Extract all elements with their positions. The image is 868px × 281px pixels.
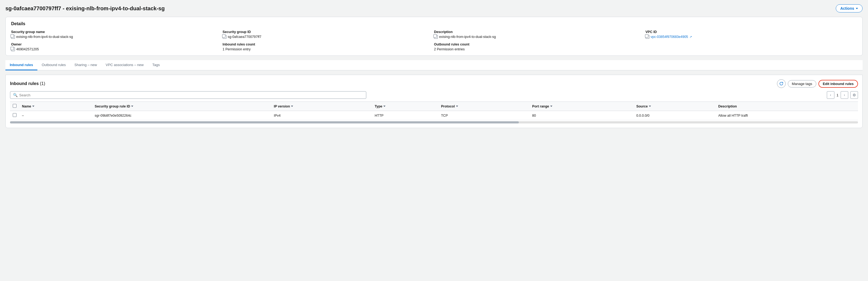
page-header: sg-0afcaea7700797ff7 - exising-nlb-from-… xyxy=(5,4,863,12)
select-all-checkbox[interactable] xyxy=(13,104,17,108)
actions-label: Actions xyxy=(840,6,854,10)
external-link-icon: ↗ xyxy=(689,35,692,39)
sort-icon-sgrid xyxy=(131,106,133,107)
cell-ip-version: IPv4 xyxy=(271,111,372,120)
col-header-ipver: IP version xyxy=(274,105,369,108)
th-description: Description xyxy=(715,102,858,111)
copy-icon-sgname[interactable] xyxy=(11,35,15,39)
table-row: – sgr-09b8f7e0e5092264c IPv4 HTTP TCP 80… xyxy=(10,111,858,120)
search-input[interactable] xyxy=(19,93,363,97)
prev-page-button[interactable]: ‹ xyxy=(827,91,834,99)
cell-name: – xyxy=(19,111,92,120)
th-ip-version: IP version xyxy=(271,102,372,111)
inbound-rules-section: Inbound rules (1) Manage tags Edit inbou… xyxy=(5,75,863,128)
table-settings-button[interactable]: ⚙ xyxy=(850,91,858,99)
th-sgr-id: Security group rule ID xyxy=(92,102,271,111)
th-checkbox xyxy=(10,102,19,111)
sort-icon-portrange xyxy=(550,106,552,107)
rules-section-title: Inbound rules (1) xyxy=(10,81,45,86)
th-protocol: Protocol xyxy=(438,102,529,111)
detail-label-outbound-count: Outbound rules count xyxy=(434,42,646,46)
details-grid-row2: Owner 469042571205 Inbound rules count 1… xyxy=(11,42,857,51)
detail-value-sgid: sg-0afcaea7700797ff7 xyxy=(223,35,434,39)
next-page-button[interactable]: › xyxy=(841,91,848,99)
tab-vpc-associations[interactable]: VPC associations – new xyxy=(101,60,148,70)
detail-value-vpcid: vpc-03854f970683e4905 ↗ xyxy=(646,35,857,39)
sort-icon-protocol xyxy=(456,106,458,107)
col-header-name: Name xyxy=(22,105,89,108)
tab-sharing[interactable]: Sharing – new xyxy=(70,60,101,70)
tab-inbound-rules[interactable]: Inbound rules xyxy=(5,60,37,70)
row-checkbox-cell xyxy=(10,111,19,120)
row-checkbox[interactable] xyxy=(13,113,17,117)
detail-label-sgname: Security group name xyxy=(11,30,223,34)
rules-section-header: Inbound rules (1) Manage tags Edit inbou… xyxy=(10,79,858,88)
detail-value-outbound-count: 2 Permission entries xyxy=(434,47,646,51)
detail-sgid-text: sg-0afcaea7700797ff7 xyxy=(228,35,261,39)
detail-value-inbound-count: 1 Permission entry xyxy=(223,47,434,51)
th-name: Name xyxy=(19,102,92,111)
detail-label-owner: Owner xyxy=(11,42,223,46)
refresh-icon xyxy=(779,81,783,86)
inbound-rules-table: Name Security group rule ID xyxy=(10,102,858,120)
copy-icon-sgid[interactable] xyxy=(223,35,226,39)
col-header-type: Type xyxy=(375,105,436,108)
th-port-range: Port range xyxy=(529,102,633,111)
detail-value-owner: 469042571205 xyxy=(11,47,223,51)
detail-empty xyxy=(646,42,857,51)
tab-outbound-rules[interactable]: Outbound rules xyxy=(37,60,70,70)
sort-icon-ipver xyxy=(291,106,293,107)
detail-outbound-count: Outbound rules count 2 Permission entrie… xyxy=(434,42,646,51)
manage-tags-button[interactable]: Manage tags xyxy=(788,80,816,87)
chevron-down-icon xyxy=(856,8,858,9)
detail-label-inbound-count: Inbound rules count xyxy=(223,42,434,46)
copy-icon-desc[interactable] xyxy=(434,35,438,39)
tabs-container: Inbound rules Outbound rules Sharing – n… xyxy=(5,60,863,70)
detail-label-sgid: Security group ID xyxy=(223,30,434,34)
cell-description: Allow all HTTP traffi xyxy=(715,111,858,120)
sort-icon-name xyxy=(32,106,34,107)
tab-tags[interactable]: Tags xyxy=(148,60,164,70)
detail-vpcid-link[interactable]: vpc-03854f970683e4905 xyxy=(651,35,688,39)
th-type: Type xyxy=(372,102,438,111)
edit-inbound-rules-button[interactable]: Edit inbound rules xyxy=(818,80,858,88)
detail-inbound-count-text: 1 Permission entry xyxy=(223,47,251,51)
detail-label-desc: Description xyxy=(434,30,646,34)
refresh-button[interactable] xyxy=(777,79,786,88)
table-header-row: Name Security group rule ID xyxy=(10,102,858,111)
rules-actions-group: Manage tags Edit inbound rules xyxy=(777,79,858,88)
detail-security-group-id: Security group ID sg-0afcaea7700797ff7 xyxy=(223,30,434,39)
detail-description: Description exising-nlb-from-ipv4-to-dua… xyxy=(434,30,646,39)
cell-protocol: TCP xyxy=(438,111,529,120)
horizontal-scrollbar-thumb xyxy=(10,121,519,124)
detail-desc-text: exising-nlb-from-ipv4-to-dual-stack-sg xyxy=(439,35,496,39)
horizontal-scrollbar[interactable] xyxy=(10,121,858,124)
detail-inbound-count: Inbound rules count 1 Permission entry xyxy=(223,42,434,51)
detail-label-vpcid: VPC ID xyxy=(646,30,857,34)
detail-owner-text: 469042571205 xyxy=(16,47,39,51)
current-page: 1 xyxy=(837,93,838,97)
detail-value-sgname: exising-nlb-from-ipv4-to-dual-stack-sg xyxy=(11,35,223,39)
search-icon: 🔍 xyxy=(13,93,18,97)
table-scroll-area[interactable]: Name Security group rule ID xyxy=(10,102,858,124)
detail-owner: Owner 469042571205 xyxy=(11,42,223,51)
th-source: Source xyxy=(634,102,716,111)
search-row: 🔍 ‹ 1 › ⚙ xyxy=(10,91,858,99)
details-card-title: Details xyxy=(11,22,857,26)
actions-button[interactable]: Actions xyxy=(836,4,863,12)
details-grid-row1: Security group name exising-nlb-from-ipv… xyxy=(11,30,857,39)
details-card: Details Security group name exising-nlb-… xyxy=(5,17,863,56)
cell-port-range: 80 xyxy=(529,111,633,120)
copy-icon-owner[interactable] xyxy=(11,47,15,51)
cell-source: 0.0.0.0/0 xyxy=(634,111,716,120)
pagination-controls: ‹ 1 › ⚙ xyxy=(827,91,858,99)
detail-sgname-text: exising-nlb-from-ipv4-to-dual-stack-sg xyxy=(16,35,73,39)
search-box: 🔍 xyxy=(10,91,366,99)
detail-value-desc: exising-nlb-from-ipv4-to-dual-stack-sg xyxy=(434,35,646,39)
detail-outbound-count-text: 2 Permission entries xyxy=(434,47,465,51)
detail-security-group-name: Security group name exising-nlb-from-ipv… xyxy=(11,30,223,39)
col-header-portrange: Port range xyxy=(532,105,631,108)
copy-icon-vpcid[interactable] xyxy=(646,35,649,39)
detail-vpc-id: VPC ID vpc-03854f970683e4905 ↗ xyxy=(646,30,857,39)
page-container: sg-0afcaea7700797ff7 - exising-nlb-from-… xyxy=(0,0,868,281)
